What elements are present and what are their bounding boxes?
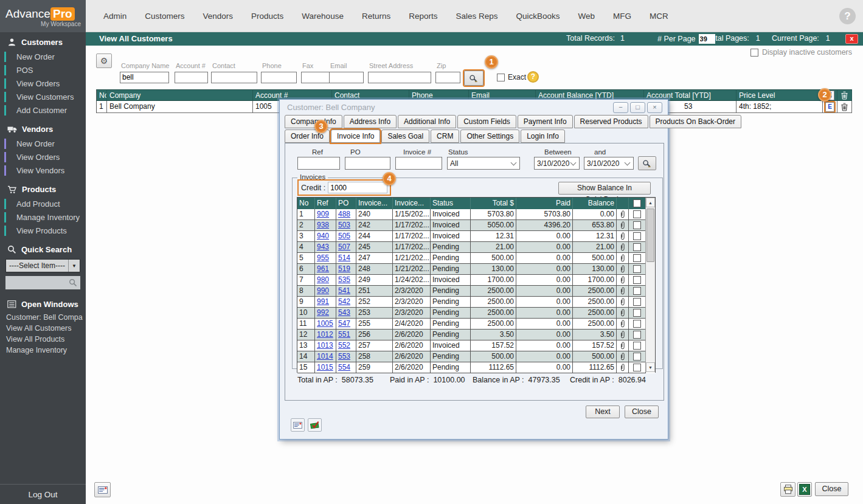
open-window-view-all-products[interactable]: View All Products bbox=[0, 334, 86, 345]
phone-input[interactable] bbox=[261, 72, 297, 83]
print-button[interactable] bbox=[780, 482, 795, 497]
ref-filter-input[interactable] bbox=[297, 157, 340, 170]
invoice-row-checkbox[interactable] bbox=[633, 298, 641, 306]
settings-gear-button[interactable]: ⚙ bbox=[96, 54, 112, 68]
search-help-icon[interactable]: ? bbox=[527, 71, 539, 83]
invoice-po-link[interactable]: 519 bbox=[338, 264, 350, 273]
nav-mfg[interactable]: MFG bbox=[613, 12, 631, 21]
invoice-po-link[interactable]: 488 bbox=[338, 210, 350, 218]
attachment-cell[interactable] bbox=[617, 351, 629, 362]
invoice-po-link[interactable]: 547 bbox=[338, 319, 350, 328]
attachment-cell[interactable] bbox=[617, 220, 629, 231]
invoice-ref-link[interactable]: 955 bbox=[317, 254, 329, 262]
nav-warehouse[interactable]: Warehouse bbox=[302, 12, 344, 21]
sidebar-item-new-order-vendor[interactable]: New Order bbox=[0, 137, 86, 150]
invoice-row-checkbox[interactable] bbox=[633, 309, 641, 317]
close-page-button[interactable]: x bbox=[845, 34, 858, 44]
invoice-ref-link[interactable]: 909 bbox=[317, 210, 329, 218]
scroll-up-icon[interactable]: ▲ bbox=[646, 198, 655, 207]
invoice-ref-link[interactable]: 940 bbox=[317, 232, 329, 240]
scroll-down-icon[interactable]: ▼ bbox=[646, 362, 655, 372]
nav-vendors[interactable]: Vendors bbox=[203, 12, 234, 21]
modal-close-button[interactable]: Close bbox=[625, 406, 659, 418]
restore-icon[interactable]: □ bbox=[630, 102, 645, 113]
attachment-cell[interactable] bbox=[617, 330, 629, 340]
invoice-ref-link[interactable]: 980 bbox=[317, 275, 329, 284]
tab-payment-info[interactable]: Payment Info bbox=[518, 115, 573, 128]
page-close-button[interactable]: Close bbox=[815, 482, 848, 496]
modal-quickbooks-sync-button[interactable] bbox=[308, 418, 322, 432]
zip-input[interactable] bbox=[435, 72, 460, 83]
invoice-po-link[interactable]: 505 bbox=[338, 232, 350, 240]
quick-search-select[interactable]: ----Select Item---- ▼ bbox=[5, 259, 80, 272]
quick-search-input[interactable] bbox=[5, 276, 80, 289]
account-input[interactable] bbox=[175, 72, 208, 83]
open-window-manage-inventory[interactable]: Manage Inventory bbox=[0, 345, 86, 356]
help-icon[interactable]: ? bbox=[839, 8, 856, 24]
attachment-cell[interactable] bbox=[617, 297, 629, 308]
invoice-po-link[interactable]: 551 bbox=[338, 330, 350, 339]
invoice-po-link[interactable]: 507 bbox=[338, 243, 350, 251]
attachment-cell[interactable] bbox=[617, 275, 629, 286]
sidebar-item-add-customer[interactable]: Add Customer bbox=[0, 104, 86, 117]
nav-returns[interactable]: Returns bbox=[362, 12, 390, 21]
attachment-cell[interactable] bbox=[617, 253, 629, 264]
nav-quickbooks[interactable]: QuickBooks bbox=[516, 12, 560, 21]
nav-customers[interactable]: Customers bbox=[145, 12, 184, 21]
sidebar-item-manage-inventory[interactable]: Manage Inventory bbox=[0, 211, 86, 224]
nav-sales-reps[interactable]: Sales Reps bbox=[456, 12, 497, 21]
tab-reserved-products[interactable]: Reserved Products bbox=[574, 115, 648, 128]
attachment-cell[interactable] bbox=[617, 264, 629, 275]
next-button[interactable]: Next bbox=[586, 406, 620, 418]
credit-input[interactable] bbox=[328, 182, 387, 193]
invoice-po-link[interactable]: 514 bbox=[338, 254, 350, 262]
sidebar-item-view-customers[interactable]: View Customers bbox=[0, 91, 86, 103]
company-name-input[interactable] bbox=[120, 72, 169, 83]
tab-login-info[interactable]: Login Info bbox=[521, 129, 565, 143]
minimize-icon[interactable]: − bbox=[613, 102, 628, 113]
attachment-cell[interactable] bbox=[617, 319, 629, 330]
invoice-po-link[interactable]: 552 bbox=[338, 341, 350, 350]
invoice-number-filter-input[interactable] bbox=[395, 157, 442, 170]
scroll-thumb[interactable] bbox=[646, 209, 654, 262]
invoice-ref-link[interactable]: 943 bbox=[317, 243, 329, 251]
sidebar-item-view-orders-vendor[interactable]: View Orders bbox=[0, 151, 86, 164]
attachment-cell[interactable] bbox=[617, 362, 629, 373]
nav-reports[interactable]: Reports bbox=[409, 12, 437, 21]
tab-address-info[interactable]: Address Info bbox=[344, 115, 397, 128]
invoice-po-link[interactable]: 553 bbox=[338, 352, 350, 361]
nav-admin[interactable]: Admin bbox=[103, 12, 127, 21]
tab-other-settings[interactable]: Other Settings bbox=[460, 129, 519, 143]
nav-products[interactable]: Products bbox=[251, 12, 283, 21]
invoice-ref-link[interactable]: 1012 bbox=[317, 330, 333, 339]
invoice-ref-link[interactable]: 991 bbox=[317, 297, 329, 306]
po-filter-input[interactable] bbox=[345, 157, 390, 170]
email-button[interactable] bbox=[94, 482, 111, 497]
sidebar-item-add-product[interactable]: Add Product bbox=[0, 198, 86, 210]
invoice-row-checkbox[interactable] bbox=[633, 342, 641, 350]
sidebar-item-view-vendors[interactable]: View Vendors bbox=[0, 164, 86, 177]
open-window-view-all-customers[interactable]: View All Customers bbox=[0, 323, 86, 334]
invoice-row-checkbox[interactable] bbox=[633, 276, 641, 284]
attachment-cell[interactable] bbox=[617, 242, 629, 253]
nav-web[interactable]: Web bbox=[578, 12, 595, 21]
invoice-ref-link[interactable]: 1005 bbox=[317, 319, 333, 328]
email-input[interactable] bbox=[329, 72, 364, 83]
tab-sales-goal[interactable]: Sales Goal bbox=[381, 129, 429, 143]
close-icon[interactable]: × bbox=[647, 102, 662, 113]
invoice-ref-link[interactable]: 1015 bbox=[317, 363, 333, 371]
invoice-row-checkbox[interactable] bbox=[633, 232, 641, 240]
invoice-po-link[interactable]: 542 bbox=[338, 297, 350, 306]
display-inactive-checkbox[interactable] bbox=[750, 49, 758, 57]
tab-additional-info[interactable]: Additional Info bbox=[398, 115, 456, 128]
invoice-po-link[interactable]: 541 bbox=[338, 286, 350, 295]
edit-customer-icon[interactable]: E bbox=[825, 102, 834, 112]
customer-search-button[interactable] bbox=[464, 71, 483, 86]
tab-invoice-info[interactable]: Invoice Info bbox=[331, 129, 380, 143]
date-to-select[interactable]: 3/10/2020 bbox=[584, 157, 634, 170]
status-select[interactable]: All bbox=[447, 157, 520, 170]
contact-input[interactable] bbox=[211, 72, 257, 83]
attachment-cell[interactable] bbox=[617, 340, 629, 351]
attachment-cell[interactable] bbox=[617, 308, 629, 319]
invoice-scrollbar[interactable]: ▲ ▼ bbox=[645, 198, 655, 372]
